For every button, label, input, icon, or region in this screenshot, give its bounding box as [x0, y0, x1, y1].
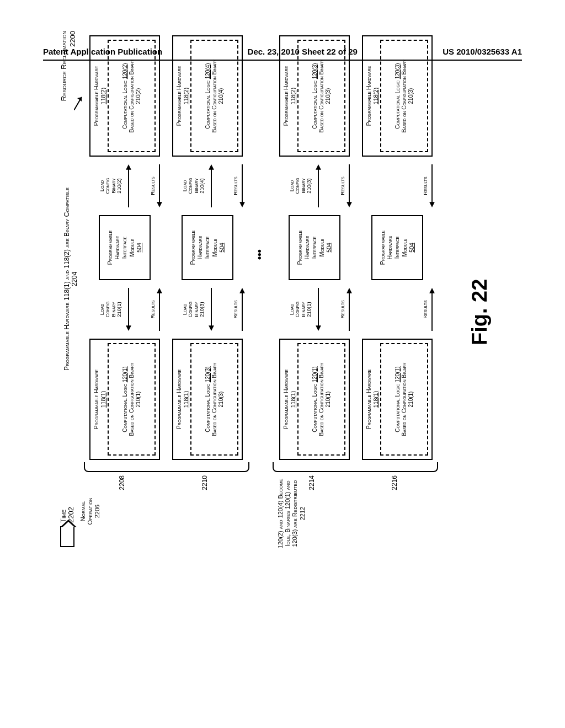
load-label: LoadConfigBinary210(3) [289, 162, 312, 210]
title-pointer-arrow-icon [74, 94, 75, 110]
results-label: Results [340, 286, 345, 333]
iface-l3: Interface [204, 218, 211, 277]
redist-ref: 2212 [299, 507, 306, 520]
cl-based-on: Based on Configuration Binary [129, 346, 135, 452]
cl-120-3-box: Computational Logic 120(3) Based on Conf… [190, 343, 238, 456]
arrow-left-icon [316, 288, 321, 331]
iface-ref: 504 [408, 218, 415, 277]
cl-120-1-box: Computational Logic 120(1) Based on Conf… [380, 343, 428, 456]
iface-ref: 504 [136, 218, 143, 277]
cl-120-2-box: Computational Logic 120(2) Based on Conf… [108, 40, 156, 152]
load-bin-210-1: 210(1) [306, 302, 312, 317]
normal-op-ref: 2206 [94, 505, 100, 518]
binary-compatible-label: Programmable Hardware 118(1) and 118(2) … [63, 141, 79, 417]
iface-l1: Programmable [296, 218, 303, 277]
iface-l2: Hardware [196, 218, 204, 277]
iface-l1: Programmable [189, 218, 196, 277]
load-l3: Binary [300, 178, 306, 194]
arrow-left-icon [157, 164, 162, 207]
load-l3: Binary [110, 302, 116, 317]
iface-l4: Module [129, 218, 136, 277]
svg-marker-9 [157, 202, 162, 207]
phw-118-1-ref: 118(1) [100, 391, 106, 408]
arrow-left-icon [209, 288, 214, 331]
row-ref-2208: 2208 [118, 475, 126, 499]
page: Patent Application Publication Dec. 23, … [0, 0, 565, 728]
phw-title-text: Programmable Hardware [282, 370, 289, 429]
load-bin-210-1: 210(1) [116, 302, 122, 317]
time-indicator: Time 2202 [60, 507, 76, 547]
cl-120-2-ref: 120(2) [122, 63, 128, 79]
phw-title: Programmable Hardware118(2) [282, 40, 296, 152]
cl-prefix: Computational Logic [312, 79, 318, 129]
row-2216: Programmable Hardware118(1) Computationa… [359, 35, 436, 460]
load-l2: Config [294, 301, 300, 317]
cl-120-1-box: Computational Logic 120(1) Based on Conf… [108, 343, 156, 456]
phw-title-text: Programmable Hardware [175, 370, 182, 429]
cl-120-3-ref: 120(3) [205, 366, 211, 382]
iface-l4: Module [401, 218, 408, 277]
mid-col-1a: LoadConfigBinary210(1) Results [89, 286, 160, 333]
iface-ref: 504 [218, 218, 226, 277]
phim-box: Programmable Hardware Interface Module 5… [182, 215, 233, 280]
phw-118-2-box: Programmable Hardware118(2) Computationa… [279, 35, 350, 157]
arrow-left-icon [126, 288, 131, 331]
phw-title: Programmable Hardware118(2) [365, 40, 379, 152]
arrow-right-icon [429, 288, 435, 331]
arrow-right-icon [239, 288, 245, 331]
mid-col-2a: LoadConfigBinary210(3) Results [172, 286, 243, 333]
phw-118-2-box: Programmable Hardware118(2) Computationa… [362, 35, 433, 157]
phw-title-text: Programmable Hardware [365, 66, 372, 126]
cl-title: Computational Logic 120(3) [312, 43, 318, 149]
bracket-redistributed [273, 462, 438, 472]
phw-118-1-box: Programmable Hardware118(1) Computationa… [89, 339, 160, 460]
load-l3: Binary [300, 302, 306, 317]
cl-prefix: Computational Logic [122, 382, 128, 432]
phw-118-1-box: Programmable Hardware118(1) Computationa… [362, 339, 433, 460]
mid-col-1b: LoadConfigBinary210(2) Results [89, 162, 160, 210]
phw-118-2-box: Programmable Hardware118(2) Computationa… [89, 35, 160, 157]
load-l1: Load [289, 304, 295, 315]
load-l1: Load [289, 180, 295, 191]
load-l1: Load [99, 180, 105, 191]
cb-210-1: 210(1) [325, 346, 332, 452]
iface-l4: Module [211, 218, 218, 277]
cl-title: Computational Logic 120(4) [205, 43, 211, 149]
cl-120-4-ref: 120(4) [205, 63, 211, 79]
svg-marker-11 [209, 325, 214, 331]
load-bin-210-3: 210(3) [199, 302, 205, 317]
cl-based-on: Based on Configuration Binary [211, 346, 218, 452]
svg-marker-19 [316, 325, 321, 331]
arrow-left-icon [239, 164, 245, 207]
normal-op-l1: Normal [79, 501, 86, 521]
phw-118-1-ref: 118(1) [290, 391, 296, 408]
row-2210: Programmable Hardware118(1) Computationa… [169, 35, 246, 460]
svg-marker-29 [429, 202, 435, 207]
svg-marker-25 [347, 202, 352, 207]
load-l2: Config [187, 301, 193, 317]
cl-prefix: Computational Logic [205, 79, 211, 129]
load-l3: Binary [193, 302, 199, 317]
iface-l4: Module [318, 218, 326, 277]
load-bin-210-3: 210(3) [306, 178, 312, 193]
phw-title: Programmable Hardware118(2) [175, 40, 189, 152]
cb-210-1: 210(1) [408, 346, 414, 452]
label-normal-operation: Normal Operation 2206 [79, 475, 102, 547]
iface-l3: Interface [311, 218, 318, 277]
cl-prefix: Computational Logic [312, 382, 318, 432]
cl-based-on: Based on Configuration Binary [318, 43, 325, 149]
row-2208: Programmable Hardware118(1) Computationa… [86, 35, 163, 460]
load-label: LoadConfigBinary210(1) [99, 286, 122, 333]
load-l3: Binary [193, 178, 199, 194]
phw-title-text: Programmable Hardware [365, 370, 372, 429]
cl-prefix: Computational Logic [395, 79, 401, 129]
diagram-title-ref: 2200 [68, 31, 77, 47]
cl-120-3-box: Computational Logic 120(3) Based on Conf… [380, 40, 428, 152]
mid-col-3a: LoadConfigBinary210(1) Results [279, 286, 350, 333]
binary-compatible-ref: 2204 [71, 272, 78, 287]
iface-l3: Interface [393, 218, 401, 277]
load-l2: Config [294, 178, 300, 194]
svg-marker-15 [209, 164, 214, 170]
arrow-right-icon [157, 288, 162, 331]
phw-118-1-box: Programmable Hardware118(1) Computationa… [279, 339, 350, 460]
